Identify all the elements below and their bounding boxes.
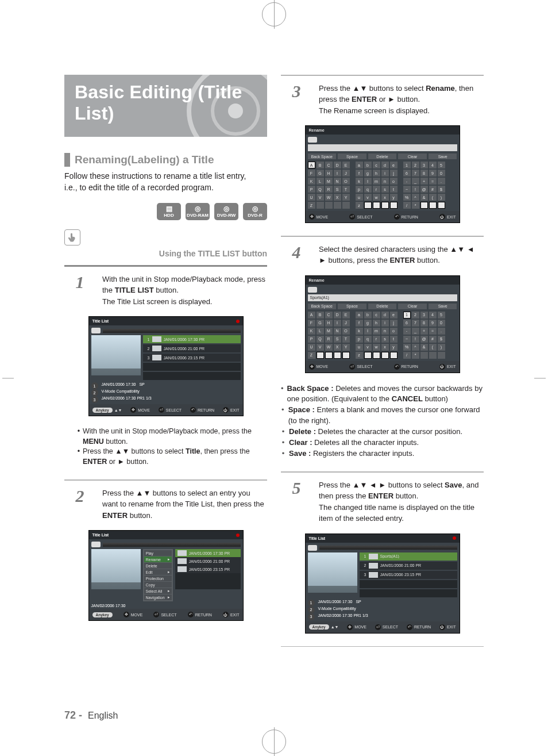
keycap[interactable]: 9 [429,320,437,327]
clear-key[interactable]: Clear [398,153,427,159]
keycap[interactable]: y [390,194,398,201]
backspace-key[interactable]: Back Space [308,304,337,309]
keycap[interactable]: * [412,352,419,359]
keycap[interactable]: n [381,178,389,185]
keycap[interactable]: o [390,328,398,335]
keycap[interactable]: W [325,194,333,201]
keycap[interactable] [317,202,324,209]
keycap[interactable]: U [308,194,315,201]
keycap[interactable]: U [308,344,315,351]
keycap[interactable]: B [317,162,324,168]
keycap[interactable]: X [334,194,341,201]
keycap[interactable]: * [412,202,419,209]
keycap[interactable]: w [373,194,380,201]
keycap[interactable] [420,202,428,209]
keycap[interactable]: A [308,162,315,168]
save-key[interactable]: Save [429,153,457,159]
keycap[interactable]: / [403,352,411,359]
keycap[interactable]: = [429,178,437,185]
keycap[interactable]: m [373,328,380,335]
keycap[interactable]: M [325,328,333,335]
keycap[interactable]: 4 [429,312,437,318]
keycap[interactable]: f [356,170,363,176]
keycap[interactable] [429,352,437,359]
save-key[interactable]: Save [429,304,457,309]
keycap[interactable]: i [381,170,389,176]
keycap[interactable]: . [438,328,445,335]
keycap[interactable]: m [373,178,380,185]
keycap[interactable]: + [420,178,428,185]
keycap[interactable]: E [342,162,350,168]
keycap[interactable]: I [334,170,341,176]
keycap[interactable]: G [317,320,324,327]
keycap[interactable]: ( [429,344,437,351]
menu-item-navigation[interactable]: Navigation▸ [144,594,172,600]
keycap[interactable]: R [325,186,333,193]
keycap[interactable]: O [342,328,350,335]
keycap[interactable]: ( [429,194,437,201]
keycap[interactable]: 5 [438,312,445,318]
keycap[interactable]: M [325,178,333,185]
keycap[interactable]: 7 [412,170,419,176]
keycap[interactable]: k [356,178,363,185]
keycap[interactable]: n [381,328,389,335]
keyboard-symbols[interactable]: 1234567890-_+=.~!@#$%^&()/* [403,162,445,209]
keycap[interactable]: u [356,344,363,351]
keycap[interactable]: x [381,194,389,201]
keycap[interactable]: V [317,194,324,201]
keycap[interactable]: 1 [403,162,411,168]
keycap[interactable]: F [308,170,315,176]
keycap[interactable]: S [334,336,341,343]
keyboard-upper[interactable]: ABCDEFGHIJKLMNOPQRSTUVWXYZ [308,162,350,209]
anykey-button[interactable]: Anykey [92,612,113,617]
keycap[interactable]: P [308,186,315,193]
keycap[interactable]: b [364,162,372,168]
keycap[interactable]: E [342,312,350,318]
keycap[interactable]: D [334,312,341,318]
keycap[interactable] [429,202,437,209]
keycap[interactable]: t [390,186,398,193]
keycap[interactable]: Q [317,336,324,343]
keycap[interactable]: 3 [420,162,428,168]
keycap[interactable]: A [308,312,315,318]
keycap[interactable] [381,202,389,209]
keyboard-lower[interactable]: abcdefghijklmnopqrstuvwxyz [356,162,398,209]
delete-key[interactable]: Delete [368,153,397,159]
keycap[interactable]: T [342,186,350,193]
keycap[interactable]: & [420,194,428,201]
keycap[interactable] [364,202,372,209]
keycap[interactable]: _ [412,178,419,185]
keycap[interactable]: ! [412,186,419,193]
keycap[interactable]: i [381,320,389,327]
keycap[interactable]: L [317,328,324,335]
keycap[interactable]: S [334,186,341,193]
keycap[interactable]: Q [317,186,324,193]
keycap[interactable] [381,352,389,359]
keycap[interactable]: e [390,162,398,168]
keycap[interactable]: x [381,344,389,351]
keycap[interactable]: ! [412,336,419,343]
keycap[interactable] [342,202,350,209]
keycap[interactable]: ) [438,344,445,351]
keycap[interactable]: h [373,320,380,327]
keycap[interactable]: - [403,328,411,335]
clear-key[interactable]: Clear [398,304,427,309]
keycap[interactable]: c [373,312,380,318]
keycap[interactable]: $ [438,336,445,343]
keycap[interactable]: V [317,344,324,351]
menu-item-play[interactable]: Play [144,550,172,556]
keycap[interactable]: L [317,178,324,185]
keycap[interactable]: u [356,194,363,201]
keycap[interactable]: H [325,320,333,327]
keycap[interactable]: / [403,202,411,209]
keycap[interactable]: Y [342,344,350,351]
keycap[interactable]: # [429,186,437,193]
keycap[interactable]: & [420,344,428,351]
keycap[interactable]: T [342,336,350,343]
keycap[interactable]: @ [420,186,428,193]
keycap[interactable] [420,352,428,359]
keycap[interactable]: e [390,312,398,318]
keycap[interactable] [325,352,333,359]
keycap[interactable] [438,202,445,209]
keycap[interactable]: f [356,320,363,327]
